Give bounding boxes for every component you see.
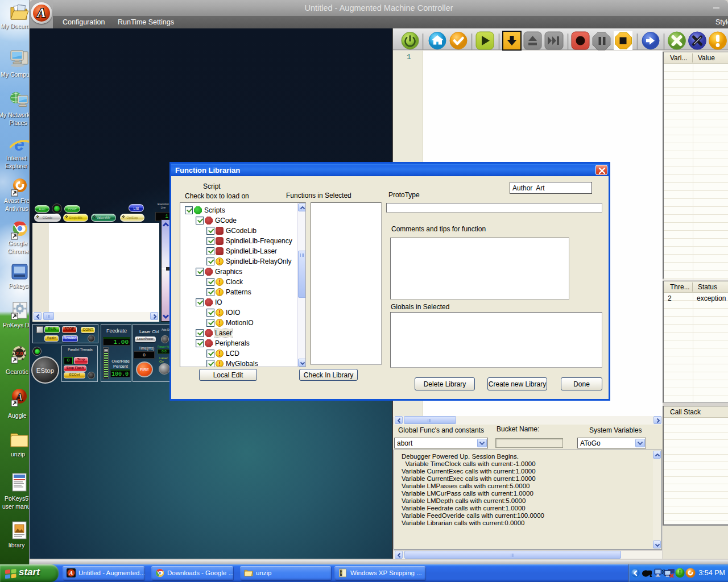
svg-text:2.0: 2.0 [16,351,23,356]
svg-text:A: A [68,569,73,576]
svg-text:e: e [14,135,24,154]
